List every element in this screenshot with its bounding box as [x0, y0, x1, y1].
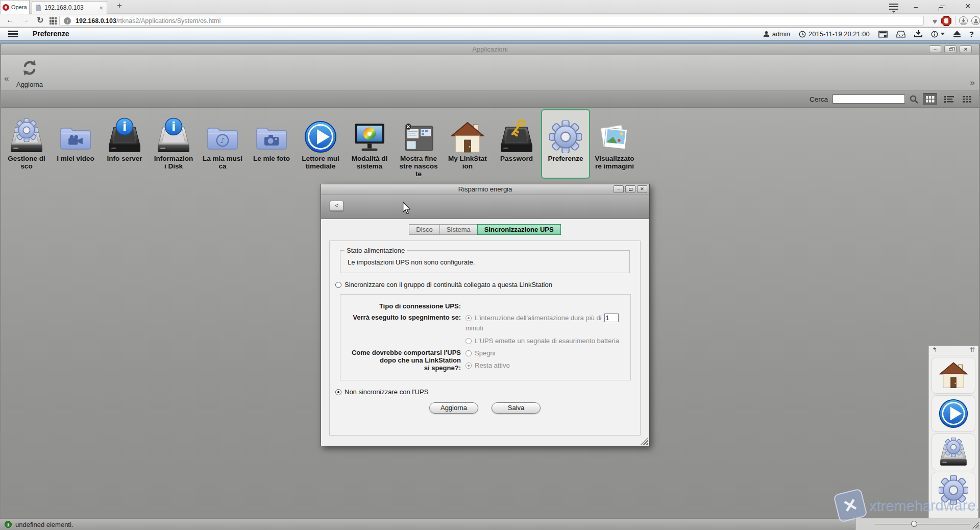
site-badge-icon[interactable]: i	[64, 17, 71, 25]
slider-track[interactable]	[874, 524, 970, 524]
browser-tabstrip: Opera 192.168.0.103 × + – ✕	[0, 0, 980, 14]
restore-icon	[629, 188, 632, 191]
logged-user[interactable]: admin	[763, 30, 790, 38]
status-info-icon: i	[5, 521, 12, 528]
dock-back-icon[interactable]: ↰	[932, 346, 937, 353]
refresh-button[interactable]: Aggiorna	[13, 59, 46, 88]
nas-toolbar: Preferenze admin 2015-11-19 20:21:00 ?	[0, 28, 980, 40]
dock-collapse-icon[interactable]: ⇈	[970, 346, 975, 353]
forward-button[interactable]: →	[21, 15, 29, 24]
spegni-radio[interactable]	[465, 350, 472, 356]
view-grid-button[interactable]	[923, 93, 937, 105]
speed-dial-icon[interactable]	[50, 17, 57, 25]
window-close-button[interactable]: ✕	[965, 2, 971, 10]
tab-sistema[interactable]: Sistema	[439, 224, 478, 235]
battery-radio[interactable]	[465, 338, 472, 344]
applications-window-header[interactable]: Applicazioni	[1, 44, 979, 55]
app-icon-password[interactable]: Password	[492, 109, 541, 179]
apps-restore-button[interactable]	[944, 45, 957, 53]
apps-close-button[interactable]: ✕	[960, 45, 972, 53]
search-input[interactable]	[832, 94, 905, 104]
dock-item-lettore-multimediale[interactable]	[932, 395, 975, 432]
nosync-radio-row[interactable]: Non sincronizzare con l'UPS	[335, 388, 640, 396]
dialog-titlebar[interactable]: Risparmio energia – ✕	[321, 184, 649, 195]
key-disk-icon	[498, 117, 535, 153]
interruption-radio[interactable]	[465, 315, 472, 321]
house-icon	[939, 362, 968, 389]
profile-icon[interactable]	[971, 16, 980, 25]
opera-menu-button[interactable]: Opera	[0, 0, 30, 14]
adblock-icon[interactable]	[941, 16, 951, 26]
dialog-back-button[interactable]: <	[330, 201, 344, 211]
window-restore-button[interactable]	[939, 4, 943, 13]
refresh-label: Aggiorna	[13, 81, 46, 88]
dock-item-gestione-disco[interactable]	[932, 433, 975, 470]
dialog-save-button[interactable]: Salva	[492, 402, 541, 414]
slider-knob[interactable]	[911, 521, 917, 527]
resize-grip[interactable]	[972, 521, 979, 528]
browser-menu-icon[interactable]	[889, 4, 898, 14]
tab-sincronizzazione-ups[interactable]: Sincronizzazione UPS	[477, 224, 561, 235]
url-domain: 192.168.0.103	[76, 17, 116, 25]
dock-item-preferenze[interactable]	[932, 472, 975, 509]
dialog-restore-button[interactable]	[625, 185, 635, 193]
dialog-minimize-button[interactable]: –	[614, 185, 624, 193]
window-minimize-button[interactable]: –	[914, 3, 918, 11]
resta-attivo-radio[interactable]	[465, 363, 472, 369]
drive-icon[interactable]	[896, 31, 905, 38]
dock-topbar: ↰ ⇈	[929, 346, 978, 355]
app-icon-my-linkstation[interactable]: My LinkStat ion	[443, 109, 492, 179]
disk-gear-icon	[8, 118, 45, 153]
app-icon-modalita-di-sistema[interactable]: Modalità di sistema	[345, 109, 394, 179]
divider	[955, 16, 955, 25]
download-icon[interactable]	[914, 30, 922, 38]
app-icon-informazioni-disk[interactable]: Informazion i Disk	[149, 109, 198, 179]
app-icon-lettore-multimediale[interactable]: Lettore mul timediale	[296, 109, 345, 179]
interruption-radio-label: L'interruzione dell'alimentazione dura p…	[475, 314, 602, 322]
view-detail-button[interactable]	[961, 93, 975, 105]
tab-close-icon[interactable]: ×	[99, 4, 103, 12]
nas-menu-icon[interactable]	[8, 31, 18, 38]
sync-radio[interactable]	[335, 282, 341, 288]
risparmio-energia-dialog: Risparmio energia – ✕ < Disco Sistema Si…	[321, 184, 650, 446]
reload-button[interactable]: ↻	[37, 15, 43, 25]
app-icon-visualizzatore-immagini[interactable]: Visualizzato re immagini	[590, 109, 639, 179]
app-icon-i-miei-video[interactable]: I miei video	[51, 109, 100, 179]
address-bar[interactable]: i 192.168.0.103/rtknas2/Applications/Sys…	[59, 16, 924, 26]
search-icon[interactable]	[910, 95, 918, 104]
collapse-left-icon[interactable]: «	[4, 74, 9, 84]
url-path: /rtknas2/Applications/System/os.html	[116, 17, 220, 25]
downloads-icon[interactable]	[959, 16, 968, 25]
nosync-radio[interactable]	[335, 389, 341, 395]
dialog-close-button[interactable]: ✕	[637, 185, 647, 193]
back-button[interactable]: ←	[6, 15, 14, 24]
new-tab-button[interactable]: +	[113, 1, 126, 11]
app-icon-mostra-finestre-nascoste[interactable]: Mostra fine stre nascos te	[394, 109, 443, 179]
disk-gear-icon	[938, 437, 969, 467]
window-panel-icon[interactable]	[878, 31, 888, 38]
eject-icon[interactable]	[953, 31, 961, 37]
server-info-icon	[106, 117, 143, 153]
view-list-button[interactable]	[942, 93, 956, 105]
dock-item-my-linkstation[interactable]	[932, 357, 975, 394]
restore-icon	[939, 7, 943, 11]
expand-right-icon[interactable]: »	[970, 78, 975, 88]
app-icon-le-mie-foto[interactable]: Le mie foto	[247, 109, 296, 179]
help-icon[interactable]: ?	[969, 30, 974, 38]
app-icon-info-server[interactable]: Info server	[100, 109, 149, 179]
app-icon-la-mia-musica[interactable]: La mia musi ca	[198, 109, 247, 179]
browser-tab[interactable]: 192.168.0.103 ×	[32, 1, 107, 14]
dialog-refresh-button[interactable]: Aggiorna	[429, 402, 478, 414]
sync-radio-label: Sincronizzare con il gruppo di continuit…	[345, 281, 552, 288]
app-icon-gestione-disco[interactable]: Gestione di sco	[2, 109, 51, 179]
minutes-input[interactable]	[604, 314, 619, 322]
apps-toolbar: « Aggiorna »	[1, 55, 979, 91]
app-icon-preferenze[interactable]: Preferenze	[541, 109, 590, 179]
tab-disco[interactable]: Disco	[409, 224, 440, 235]
power-status-text: Le impostazioni UPS non sono configurate…	[348, 258, 624, 266]
info-icon	[931, 31, 938, 38]
sync-radio-row[interactable]: Sincronizzare con il gruppo di continuit…	[335, 281, 640, 288]
info-dropdown[interactable]	[931, 31, 945, 38]
bookmark-heart-icon[interactable]: ♥	[933, 17, 937, 26]
apps-minimize-button[interactable]: –	[929, 45, 941, 53]
